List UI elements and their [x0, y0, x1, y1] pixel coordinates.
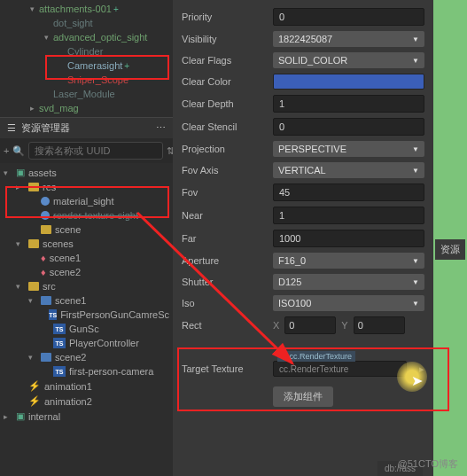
asset-item[interactable]: ▾scenes	[0, 237, 173, 251]
prop-input[interactable]	[273, 118, 424, 136]
cursor-icon: ➤	[411, 372, 423, 389]
panel-icon: ☰	[7, 122, 16, 134]
hierarchy-item[interactable]: ▾attachments-001+	[0, 2, 173, 16]
prop-input[interactable]	[273, 8, 424, 26]
prop-row: Clear Depth	[176, 92, 430, 115]
asset-item[interactable]: ▾scene2	[0, 350, 173, 364]
asset-item[interactable]: TSfirst-person-camera	[0, 364, 173, 378]
prop-label: Near	[182, 210, 266, 221]
prop-row: Clear Color	[176, 71, 430, 92]
prop-row: Far	[176, 227, 430, 250]
assets-panel-title: 资源管理器	[21, 121, 70, 135]
prop-input[interactable]	[273, 183, 424, 201]
asset-item[interactable]: ▾src	[0, 279, 173, 293]
search-icon: 🔍	[12, 143, 25, 159]
prop-row: Clear Stencil	[176, 115, 430, 138]
prop-label: Rect	[182, 320, 266, 331]
hierarchy-item[interactable]: dot_sight	[0, 16, 173, 30]
asset-item[interactable]: TSFirstPersonGunCamreSc	[0, 308, 173, 322]
prop-label: Aperture	[182, 255, 266, 266]
asset-item[interactable]: TSGunSc	[0, 322, 173, 336]
prop-label: Clear Stencil	[182, 121, 266, 132]
prop-select[interactable]: D125▼	[273, 274, 424, 290]
assets-panel-header: ☰ 资源管理器 ⋯	[0, 117, 173, 138]
asset-item[interactable]: ▸▣internal	[0, 409, 173, 424]
prop-label: Priority	[182, 12, 266, 22]
assets-search-row: + 🔍 ⇅ ▭	[0, 138, 173, 163]
ext-tab[interactable]: 资源	[435, 239, 465, 260]
prop-row: ProjectionPERSPECTIVE▼	[176, 138, 430, 160]
asset-item[interactable]: ♦scene2	[0, 265, 173, 279]
prop-row: ShutterD125▼	[176, 271, 430, 293]
add-icon[interactable]: +	[4, 143, 9, 159]
asset-item[interactable]: ▾scene1	[0, 293, 173, 308]
rect-y[interactable]	[354, 316, 405, 334]
prop-label: Visibility	[182, 34, 266, 44]
prop-input[interactable]	[273, 95, 424, 113]
hierarchy-item[interactable]: ▸svd_mag	[0, 101, 173, 115]
prop-input[interactable]	[273, 207, 424, 224]
color-swatch[interactable]	[273, 74, 424, 90]
prop-select[interactable]: VERTICAL▼	[273, 162, 424, 178]
prop-label: Far	[182, 233, 266, 244]
prop-select[interactable]: F16_0▼	[273, 253, 424, 269]
prop-select[interactable]: 1822425087▼	[273, 31, 424, 47]
watermark: @51CTO博客	[398, 457, 458, 471]
prop-row: Clear FlagsSOLID_COLOR▼	[176, 50, 430, 71]
prop-select[interactable]: PERSPECTIVE▼	[273, 141, 424, 157]
prop-label: Fov	[182, 187, 266, 198]
panel-menu-icon[interactable]: ⋯	[156, 122, 166, 134]
asset-item[interactable]: ⚡animation2	[0, 394, 173, 409]
prop-label: Shutter	[182, 277, 266, 287]
rect-x[interactable]	[284, 316, 336, 334]
prop-row: Fov AxisVERTICAL▼	[176, 160, 430, 181]
asset-item[interactable]: ▾▣assets	[0, 165, 173, 180]
asset-item[interactable]: TSPlayerController	[0, 336, 173, 350]
prop-row: IsoISO100▼	[176, 293, 430, 314]
asset-item[interactable]: scene	[0, 222, 173, 237]
prop-row: RectXY	[176, 314, 430, 337]
prop-label: Clear Flags	[182, 55, 266, 66]
prop-label: Iso	[182, 298, 266, 308]
asset-item[interactable]: ♦scene1	[0, 251, 173, 265]
prop-row: Visibility1822425087▼	[176, 28, 430, 50]
prop-select[interactable]: ISO100▼	[273, 295, 424, 311]
prop-input[interactable]	[273, 230, 424, 247]
prop-row: ApertureF16_0▼	[176, 250, 430, 271]
asset-item[interactable]: ⚡animation1	[0, 378, 173, 394]
hierarchy-item[interactable]: ▾advanced_optic_sight	[0, 30, 173, 44]
prop-select[interactable]: SOLID_COLOR▼	[273, 52, 424, 68]
search-input[interactable]	[28, 142, 163, 160]
hierarchy-item[interactable]: Laser_Module	[0, 87, 173, 101]
prop-label: Clear Depth	[182, 98, 266, 109]
prop-row: Fov	[176, 181, 430, 204]
prop-label: Projection	[182, 144, 266, 154]
prop-row: Priority	[176, 5, 430, 28]
prop-label: Clear Color	[182, 76, 266, 87]
prop-label: Fov Axis	[182, 165, 266, 176]
prop-row: Near	[176, 204, 430, 227]
